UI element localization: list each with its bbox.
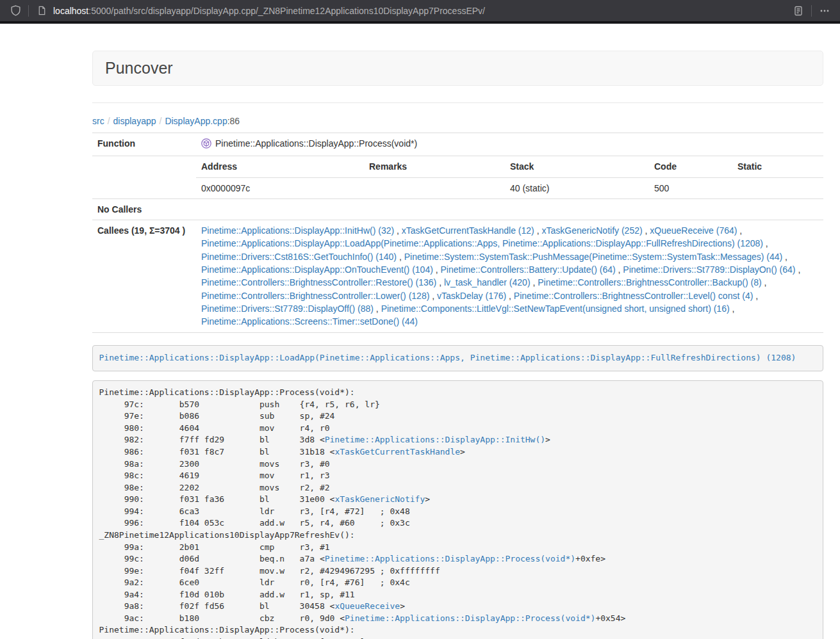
assembly-symbol-link[interactable]: Pinetime::Applications::DisplayApp::Init…: [325, 435, 545, 444]
browser-window: localhost:5000/path/src/displayapp/Displ…: [0, 0, 840, 639]
breadcrumb-separator: /: [160, 116, 162, 126]
callee-link[interactable]: vTaskDelay (176): [437, 291, 506, 301]
col-header-code: Code: [649, 156, 732, 177]
col-header-remarks: Remarks: [364, 156, 505, 177]
breadcrumb-line-number: :86: [227, 116, 240, 126]
highlighted-callee-box: Pinetime::Applications::DisplayApp::Load…: [92, 345, 823, 371]
callee-link[interactable]: xTaskGenericNotify (252): [541, 225, 642, 236]
app-header: Puncover: [92, 51, 823, 86]
cube-icon: [201, 138, 211, 152]
callee-link[interactable]: Pinetime::Drivers::St7789::DisplayOn() (…: [623, 264, 795, 275]
callee-link[interactable]: Pinetime::Controllers::BrightnessControl…: [538, 277, 761, 287]
col-header-address: Address: [196, 156, 364, 177]
page-title: Puncover: [105, 59, 173, 77]
disassembly-listing: Pinetime::Applications::DisplayApp::Proc…: [92, 380, 823, 639]
function-signature: Pinetime::Applications::DisplayApp::Proc…: [215, 138, 417, 149]
assembly-symbol-link[interactable]: Pinetime::Applications::DisplayApp::Proc…: [345, 613, 595, 623]
function-table: Function Pinetime::Applications::Display…: [92, 133, 823, 333]
overflow-menu-icon[interactable]: [817, 3, 832, 19]
callees-list: Pinetime::Applications::DisplayApp::Init…: [196, 220, 823, 332]
stats-table: Address Remarks Stack Code Static: [196, 156, 823, 198]
code-value: 500: [649, 177, 732, 198]
table-row: 0x0000097c 40 (static) 500: [196, 177, 823, 198]
breadcrumb-link[interactable]: displayapp: [113, 116, 156, 126]
divider: [92, 102, 823, 103]
content: Puncover src/displayapp/DisplayApp.cpp:8…: [92, 51, 823, 639]
col-header-stack: Stack: [505, 156, 649, 177]
page-icon[interactable]: [34, 3, 49, 19]
stack-value: 40 (static): [505, 177, 649, 198]
no-callers-label: No Callers: [92, 198, 196, 220]
browser-toolbar: localhost:5000/path/src/displayapp/Displ…: [0, 0, 840, 24]
col-header-static: Static: [732, 156, 823, 177]
function-label: Function: [92, 133, 196, 156]
function-row: Function Pinetime::Applications::Display…: [92, 133, 823, 156]
static-value: [732, 177, 823, 198]
callee-link[interactable]: Pinetime::Drivers::St7789::DisplayOff() …: [201, 303, 374, 314]
callees-label: Callees (19, Σ=3704 ): [92, 220, 196, 332]
page: Puncover src/displayapp/DisplayApp.cpp:8…: [0, 24, 840, 639]
callee-link[interactable]: xTaskGetCurrentTaskHandle (12): [402, 225, 534, 236]
breadcrumb-separator: /: [108, 116, 110, 126]
breadcrumb-link[interactable]: src: [92, 116, 104, 126]
callee-link[interactable]: Pinetime::Applications::DisplayApp::OnTo…: [201, 264, 433, 275]
callee-link[interactable]: Pinetime::System::SystemTask::PushMessag…: [404, 252, 783, 262]
callee-link[interactable]: Pinetime::Applications::DisplayApp::Init…: [201, 225, 394, 236]
toolbar-divider: [28, 5, 29, 17]
callee-link[interactable]: Pinetime::Applications::DisplayApp::Load…: [201, 238, 763, 248]
callee-link[interactable]: Pinetime::Controllers::Battery::Update()…: [441, 264, 616, 275]
assembly-symbol-link[interactable]: Pinetime::Applications::DisplayApp::Proc…: [325, 554, 575, 563]
stats-row: Address Remarks Stack Code Static: [92, 156, 823, 199]
no-callers-row: No Callers: [92, 198, 823, 220]
url-bar[interactable]: localhost:5000/path/src/displayapp/Displ…: [53, 6, 791, 16]
callee-link[interactable]: Pinetime::Drivers::Cst816S::GetTouchInfo…: [201, 252, 397, 262]
callee-link[interactable]: Pinetime::Controllers::BrightnessControl…: [201, 277, 436, 287]
callee-link[interactable]: lv_task_handler (420): [444, 277, 531, 287]
assembly-symbol-link[interactable]: xTaskGetCurrentTaskHandle: [334, 447, 460, 457]
breadcrumb-link[interactable]: DisplayApp.cpp: [165, 116, 227, 126]
assembly-symbol-link[interactable]: xTaskGenericNotify: [334, 494, 425, 504]
callee-link[interactable]: xQueueReceive (764): [650, 225, 737, 236]
callee-link[interactable]: Pinetime::Components::LittleVgl::SetNewT…: [381, 303, 730, 314]
url-path: :5000/path/src/displayapp/DisplayApp.cpp…: [88, 6, 485, 16]
toolbar-divider: [811, 5, 812, 17]
callee-link[interactable]: Pinetime::Controllers::BrightnessControl…: [201, 291, 429, 301]
highlighted-callee-link[interactable]: Pinetime::Applications::DisplayApp::Load…: [99, 353, 796, 362]
url-host: localhost: [53, 6, 88, 16]
callee-link[interactable]: Pinetime::Controllers::BrightnessControl…: [514, 291, 753, 301]
assembly-symbol-link[interactable]: xQueueReceive: [334, 601, 400, 611]
callee-link[interactable]: Pinetime::Applications::Screens::Timer::…: [201, 316, 418, 327]
address-value: 0x0000097c: [196, 177, 364, 198]
shield-icon[interactable]: [8, 3, 23, 19]
remarks-value: [364, 177, 505, 198]
callees-row: Callees (19, Σ=3704 ) Pinetime::Applicat…: [92, 220, 823, 332]
reader-mode-icon[interactable]: [791, 3, 806, 19]
breadcrumb: src/displayapp/DisplayApp.cpp:86: [92, 115, 823, 127]
